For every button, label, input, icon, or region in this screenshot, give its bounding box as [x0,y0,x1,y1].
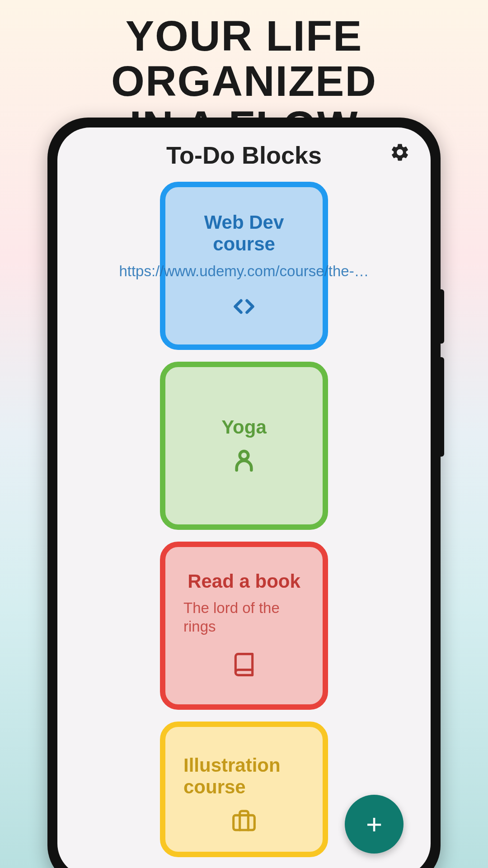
block-title: Web Dev course [178,212,310,255]
block-title: Illustration course [178,755,310,798]
add-task-button[interactable]: + [345,795,404,854]
todo-block-webdev[interactable]: Web Dev course https://www.udemy.com/cou… [160,182,328,350]
todo-block-readbook[interactable]: Read a book The lord of the rings [160,542,328,710]
todo-block-illustration[interactable]: Illustration course [160,722,328,857]
promo-headline-line1: YOUR LiFE ORGANiZED [0,14,488,104]
block-subtitle: https://www.udemy.com/course/the-… [119,262,369,280]
svg-rect-1 [234,816,255,830]
blocks-list: Web Dev course https://www.udemy.com/cou… [57,178,431,857]
briefcase-icon [230,808,258,835]
phone-volume-button [441,357,444,457]
settings-button[interactable] [389,142,410,165]
phone-frame: To-Do Blocks Web Dev course https://www.… [47,118,441,868]
phone-screen: To-Do Blocks Web Dev course https://www.… [57,127,431,868]
phone-power-button [441,289,444,344]
book-icon [231,650,257,681]
app-title: To-Do Blocks [166,141,322,169]
app-header: To-Do Blocks [57,127,431,178]
person-icon [231,448,257,475]
block-title: Read a book [188,571,300,592]
block-subtitle: The lord of the rings [178,599,310,636]
todo-block-yoga[interactable]: Yoga [160,362,328,530]
block-title: Yoga [221,416,267,438]
gear-icon [389,142,410,163]
svg-point-0 [240,451,249,460]
plus-icon: + [366,810,382,838]
code-icon [229,295,259,320]
